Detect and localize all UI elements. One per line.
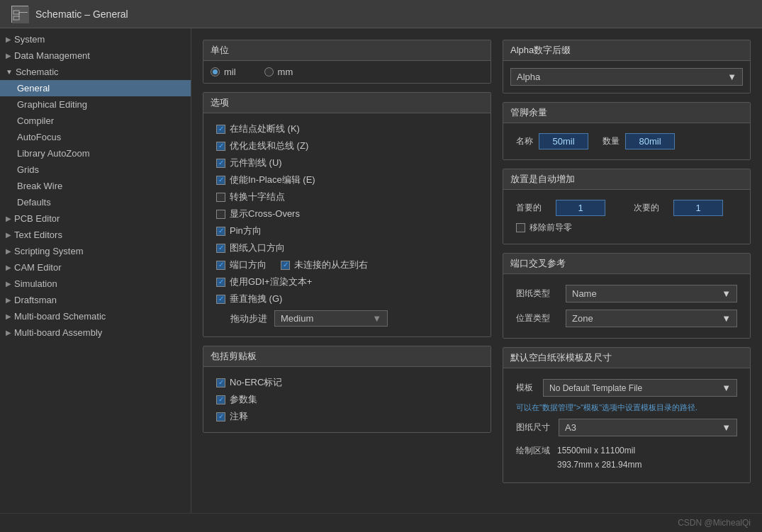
checkbox-cut-component-indicator xyxy=(216,159,225,168)
remove-zero-row[interactable]: 移除前导零 xyxy=(510,219,743,237)
sidebar-label-multiboard-schematic: Multi-board Schematic xyxy=(14,311,106,322)
sidebar-label-graphical-editing: Graphical Editing xyxy=(17,99,87,110)
radio-mil[interactable]: mil xyxy=(211,67,236,77)
checkbox-break-junction[interactable]: 在结点处断线 (K) xyxy=(211,120,483,137)
default-template-title: 默认空白纸张模板及尺寸 xyxy=(503,348,750,368)
sidebar-item-scripting-system[interactable]: ▶ Scripting System xyxy=(0,243,191,259)
paper-size-select[interactable]: A3 ▼ xyxy=(559,419,737,436)
template-select[interactable]: No Default Template File ▼ xyxy=(543,379,737,397)
paper-size-label: 图纸尺寸 xyxy=(516,421,551,434)
sidebar-item-general[interactable]: General xyxy=(0,80,191,96)
checkbox-component-entry[interactable]: 图纸入口方向 xyxy=(211,239,483,256)
expand-arrow-scripting: ▶ xyxy=(6,247,11,255)
sidebar-item-grids[interactable]: Grids xyxy=(0,162,191,178)
checkbox-gdi-indicator xyxy=(216,278,225,287)
expand-arrow-mb-schematic: ▶ xyxy=(6,312,11,320)
checkbox-convert-cross-indicator xyxy=(216,193,225,202)
location-type-label: 位置类型 xyxy=(516,312,559,324)
sheet-type-row: 图纸类型 Name ▼ xyxy=(510,281,743,306)
checkbox-unconnected-indicator xyxy=(281,261,290,270)
checkbox-gdi[interactable]: 使用GDI+渲染文本+ xyxy=(211,273,483,290)
sidebar-item-schematic[interactable]: ▼ Schematic xyxy=(0,64,191,80)
sidebar-item-multiboard-assembly[interactable]: ▶ Multi-board Assembly xyxy=(0,324,191,341)
pin-name-input[interactable]: 50mil xyxy=(539,133,588,149)
alpha-suffix-title: Alpha数字后缀 xyxy=(503,40,750,61)
sidebar-item-library-autozoom[interactable]: Library AutoZoom xyxy=(0,145,191,162)
checkbox-port-direction[interactable]: 端口方向 xyxy=(216,259,267,271)
units-radio-group: mil mm xyxy=(203,61,491,83)
sidebar-label-scripting-system: Scripting System xyxy=(14,246,84,256)
checkbox-optimize-wire-label: 优化走线和总线 (Z) xyxy=(230,140,308,152)
sidebar-item-simulation[interactable]: ▶ Simulation xyxy=(0,276,191,292)
sidebar-label-defaults: Defaults xyxy=(17,197,51,208)
options-content: 在结点处断线 (K) 优化走线和总线 (Z) 元件割线 (U) 使能I xyxy=(203,113,491,336)
clipboard-content: No-ERC标记 参数集 注释 xyxy=(203,367,491,432)
drag-step-dropdown-arrow: ▼ xyxy=(372,313,381,324)
drag-step-label: 拖动步进 xyxy=(230,312,267,325)
sidebar-item-system[interactable]: ▶ System xyxy=(0,31,191,47)
location-type-row: 位置类型 Zone ▼ xyxy=(510,306,743,331)
remove-zero-checkbox xyxy=(516,223,525,232)
sidebar-label-autofocus: AutoFocus xyxy=(17,132,61,142)
sidebar-item-data-management[interactable]: ▶ Data Management xyxy=(0,47,191,64)
sidebar-item-defaults[interactable]: Defaults xyxy=(0,194,191,210)
sidebar-item-multiboard-schematic[interactable]: ▶ Multi-board Schematic xyxy=(0,308,191,324)
default-template-section: 默认空白纸张模板及尺寸 模板 No Default Template File … xyxy=(503,347,751,483)
radio-mm-label: mm xyxy=(278,67,293,77)
checkbox-enable-inplace[interactable]: 使能In-Place编辑 (E) xyxy=(211,171,483,188)
sheet-type-select[interactable]: Name ▼ xyxy=(566,285,737,302)
checkbox-convert-cross-label: 转换十字结点 xyxy=(230,191,285,203)
checkbox-enable-inplace-indicator xyxy=(216,176,225,185)
checkbox-break-junction-indicator xyxy=(216,125,225,134)
sidebar-item-pcb-editor[interactable]: ▶ PCB Editor xyxy=(0,210,191,227)
checkbox-unconnected[interactable]: 未连接的从左到右 xyxy=(281,259,368,271)
drag-step-select[interactable]: Medium ▼ xyxy=(274,310,388,327)
units-section: 单位 mil mm xyxy=(203,40,491,84)
primary-input[interactable]: 1 xyxy=(556,200,605,216)
checkbox-comment[interactable]: 注释 xyxy=(211,408,483,425)
sidebar-label-general: General xyxy=(17,83,50,94)
alpha-suffix-select[interactable]: Alpha ▼ xyxy=(510,68,743,86)
location-type-select[interactable]: Zone ▼ xyxy=(566,310,737,327)
sidebar-item-cam-editor[interactable]: ▶ CAM Editor xyxy=(0,259,191,276)
sidebar-item-draftsman[interactable]: ▶ Draftsman xyxy=(0,292,191,308)
expand-arrow-draftsman: ▶ xyxy=(6,296,11,304)
checkbox-optimize-wire[interactable]: 优化走线和总线 (Z) xyxy=(211,137,483,154)
port-cross-reference-section: 端口交叉参考 图纸类型 Name ▼ 位置类型 Zone xyxy=(503,253,751,339)
expand-arrow-system: ▶ xyxy=(6,35,11,43)
checkbox-vertical-drag[interactable]: 垂直拖拽 (G) xyxy=(211,290,483,307)
default-template-content: 模板 No Default Template File ▼ 可以在"数据管理">… xyxy=(503,368,750,482)
clipboard-section: 包括剪贴板 No-ERC标记 参数集 注释 xyxy=(203,346,491,433)
sidebar-item-graphical-editing[interactable]: Graphical Editing xyxy=(0,96,191,113)
auto-increment-row: 首要的 1 次要的 1 xyxy=(510,197,743,219)
checkbox-no-erc[interactable]: No-ERC标记 xyxy=(211,374,483,391)
sheet-type-dropdown-arrow: ▼ xyxy=(722,288,731,299)
checkbox-pin-direction[interactable]: Pin方向 xyxy=(211,222,483,239)
sidebar-item-compiler[interactable]: Compiler xyxy=(0,113,191,129)
checkbox-enable-inplace-label: 使能In-Place编辑 (E) xyxy=(230,174,315,186)
paper-size-row: 图纸尺寸 A3 ▼ xyxy=(510,415,743,440)
checkbox-vertical-drag-label: 垂直拖拽 (G) xyxy=(230,293,282,305)
drawing-area-row1: 绘制区域 15500mil x 11100mil 393.7mm x 281.9… xyxy=(516,443,737,472)
checkbox-show-crossovers[interactable]: 显示Cross-Overs xyxy=(211,205,483,222)
checkbox-cut-component[interactable]: 元件割线 (U) xyxy=(211,154,483,171)
sidebar-item-autofocus[interactable]: AutoFocus xyxy=(0,129,191,145)
paper-size-dropdown-arrow: ▼ xyxy=(722,422,731,433)
template-value: No Default Template File xyxy=(549,383,642,393)
expand-arrow-schematic: ▼ xyxy=(6,68,13,76)
sidebar-label-multiboard-assembly: Multi-board Assembly xyxy=(14,327,102,338)
checkbox-unconnected-label: 未连接的从左到右 xyxy=(294,259,368,271)
alpha-suffix-value: Alpha xyxy=(517,72,540,82)
location-type-dropdown-arrow: ▼ xyxy=(722,313,731,324)
secondary-input[interactable]: 1 xyxy=(673,200,723,216)
checkbox-convert-cross[interactable]: 转换十字结点 xyxy=(211,188,483,205)
checkbox-component-entry-indicator xyxy=(216,244,225,253)
sidebar-item-break-wire[interactable]: Break Wire xyxy=(0,178,191,194)
sidebar-label-simulation: Simulation xyxy=(14,278,57,289)
pin-count-input[interactable]: 80mil xyxy=(625,133,675,149)
checkbox-param-set[interactable]: 参数集 xyxy=(211,391,483,408)
sidebar-item-text-editors[interactable]: ▶ Text Editors xyxy=(0,227,191,243)
page-title: Schematic – General xyxy=(35,9,128,20)
header: Schematic – General xyxy=(0,0,762,28)
radio-mm[interactable]: mm xyxy=(264,67,293,77)
